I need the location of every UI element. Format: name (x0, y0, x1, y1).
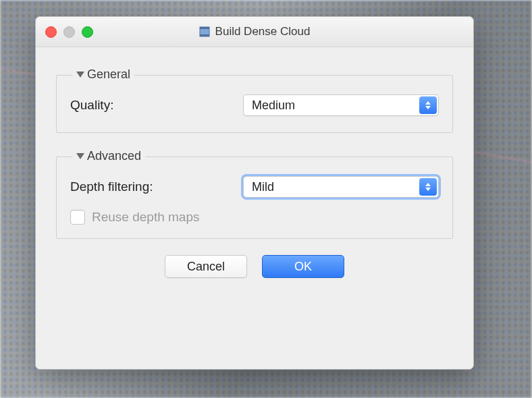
cancel-button[interactable]: Cancel (165, 255, 247, 278)
window-controls (45, 26, 93, 38)
quality-label: Quality: (70, 98, 113, 113)
general-legend: General (87, 67, 130, 82)
titlebar[interactable]: Build Dense Cloud (36, 17, 473, 47)
depth-filtering-label: Depth filtering: (70, 179, 153, 194)
quality-row: Quality: Medium (70, 94, 439, 116)
updown-arrows-icon (419, 96, 437, 114)
depth-filtering-select-value: Mild (252, 180, 274, 194)
dialog-body: General Quality: Medium Advanced Depth f… (36, 47, 473, 291)
dialog-buttons: Cancel OK (56, 255, 453, 278)
depth-filtering-row: Depth filtering: Mild (70, 176, 439, 198)
ok-button[interactable]: OK (262, 255, 344, 278)
ok-button-label: OK (294, 260, 312, 274)
reuse-depth-maps-checkbox[interactable] (70, 210, 85, 225)
close-window-button[interactable] (45, 26, 57, 38)
advanced-group: Depth filtering: Mild Reuse depth maps (56, 157, 453, 239)
chevron-down-icon (76, 153, 84, 159)
general-group-toggle[interactable]: General (72, 67, 134, 82)
quality-select-value: Medium (252, 98, 295, 113)
depth-filtering-select[interactable]: Mild (243, 176, 439, 198)
chevron-down-icon (76, 72, 84, 78)
svg-rect-1 (200, 27, 209, 29)
window-title-text: Build Dense Cloud (215, 25, 311, 38)
reuse-depth-maps-label: Reuse depth maps (92, 210, 200, 225)
general-group: Quality: Medium (56, 75, 453, 133)
minimize-window-button[interactable] (63, 26, 75, 38)
reuse-depth-maps-row: Reuse depth maps (70, 210, 439, 225)
build-dense-cloud-dialog: Build Dense Cloud General Quality: Mediu… (35, 16, 474, 370)
window-title: Build Dense Cloud (36, 25, 473, 38)
app-icon (199, 26, 210, 37)
quality-select[interactable]: Medium (243, 94, 439, 116)
advanced-group-toggle[interactable]: Advanced (72, 149, 145, 163)
advanced-legend: Advanced (87, 149, 141, 163)
zoom-window-button[interactable] (82, 26, 93, 38)
svg-rect-2 (200, 34, 209, 36)
cancel-button-label: Cancel (187, 260, 225, 274)
updown-arrows-icon (419, 178, 437, 196)
